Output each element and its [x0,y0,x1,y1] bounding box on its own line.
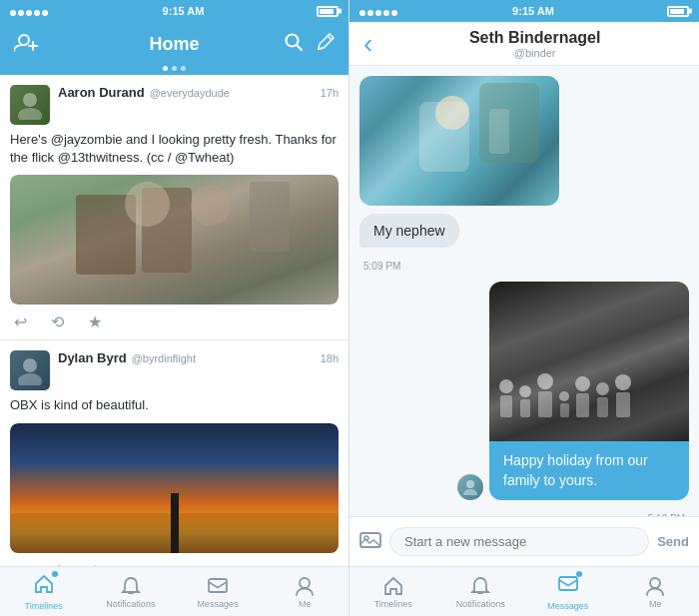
tweet-item[interactable]: Aaron Durand @everydaydude 17h Here's @j… [0,75,349,340]
tab-timelines-right[interactable]: Timelines [350,567,437,616]
message-input-field[interactable] [389,527,649,556]
timelines-icon-right [382,575,404,597]
svg-line-6 [319,48,324,49]
profile-name: Seth Bindernagel [384,29,685,47]
battery-indicator [317,6,339,17]
tab-notifications-right[interactable]: Notifications [437,567,525,616]
tab-label-notifications-right: Notifications [456,599,505,609]
right-status-bar: 9:15 AM [350,0,699,22]
tab-notifications[interactable]: Notifications [87,567,174,616]
tweet-actions: ↩ ⟲ ★ [10,312,339,331]
right-tab-bar: Timelines Notifications Messages [350,566,699,616]
tweet-timestamp: 18h [321,352,339,364]
message-received-image [359,76,557,206]
nav-left-actions [14,34,38,55]
tweet-author-handle: @byrdinflight [132,352,196,364]
tab-label-messages: Messages [198,599,239,609]
svg-rect-18 [559,577,577,590]
tweet-text: OBX is kind of beautiful. [10,396,339,414]
svg-line-4 [297,45,302,50]
svg-point-0 [19,35,29,45]
tab-timelines[interactable]: Timelines [0,567,87,616]
left-nav-bar: Home [0,22,349,66]
svg-rect-12 [209,579,227,592]
sent-message-text: Happy holiday from our family to yours. [503,452,648,488]
tab-me-right[interactable]: Me [612,567,700,616]
left-time: 9:15 AM [163,5,205,17]
svg-point-10 [18,373,42,385]
message-received-text: My nephew [359,214,459,248]
tab-label-timelines-right: Timelines [374,599,412,609]
avatar [10,85,50,125]
tweet-author-name: Aaron Durand [58,85,145,100]
message-sent: Happy holiday from our family to yours. [457,282,689,500]
tweet-image [10,423,339,553]
svg-point-19 [650,578,660,588]
notifications-icon [120,575,142,597]
nav-page-dots [0,66,349,75]
messages-tab-wrap [557,573,579,599]
tab-label-notifications: Notifications [106,599,155,609]
avatar [10,350,50,390]
tweet-header: Dylan Byrd @byrdinflight 18h [10,350,339,390]
left-status-bar: 9:15 AM [0,0,349,22]
notifications-icon-right [469,575,491,597]
tweet-text: Here's @jayzombie and I looking pretty f… [10,131,339,167]
messages-area[interactable]: My nephew 5:09 PM [350,66,699,516]
message-timestamp-1: 5:09 PM [359,256,689,274]
signal-dots [10,2,50,20]
tweet-image [10,175,339,305]
nephew-photo [359,76,559,206]
tweet-meta: Dylan Byrd @byrdinflight 18h [58,350,339,365]
battery-indicator [667,6,689,17]
tweet-author-handle: @everydaydude [150,87,230,99]
tweet-timestamp: 17h [321,87,339,99]
dot-1 [163,66,168,71]
notification-dot [52,571,58,577]
profile-info: Seth Bindernagel @binder [384,29,685,59]
tab-label-timelines: Timelines [25,601,63,611]
tab-label-me-right: Me [649,599,662,609]
tab-messages[interactable]: Messages [175,567,262,616]
left-tab-bar: Timelines Notifications Messages Me [0,566,349,616]
messages-dot [576,571,582,577]
compose-icon[interactable] [317,33,335,56]
tweet-item[interactable]: Dylan Byrd @byrdinflight 18h OBX is kind… [0,340,349,566]
messages-icon-right [557,573,579,595]
svg-point-14 [466,480,474,488]
search-icon[interactable] [285,33,303,56]
tab-label-me: Me [299,599,312,609]
sender-avatar [457,474,483,500]
right-panel: 9:15 AM ‹ Seth Bindernagel @binder [350,0,699,616]
messages-icon [207,575,229,597]
tab-label-messages-right: Messages [547,601,588,611]
svg-point-13 [300,578,310,588]
profile-icon-right [644,575,666,597]
tab-messages-right[interactable]: Messages [524,567,612,616]
message-timestamp-2: 5:12 PM [359,508,689,516]
add-user-icon[interactable] [14,34,38,55]
message-text: My nephew [373,223,445,239]
left-panel: 9:15 AM Home [0,0,350,616]
back-icon[interactable]: ‹ [363,28,372,60]
svg-point-7 [23,93,37,107]
tab-me[interactable]: Me [262,567,349,616]
profile-icon [294,575,316,597]
tweet-author-name: Dylan Byrd [58,350,127,365]
reply-icon[interactable]: ↩ [14,312,27,331]
like-icon[interactable]: ★ [88,312,102,331]
dot-2 [172,66,177,71]
timelines-icon-wrap [33,573,55,599]
family-photo [489,282,689,441]
retweet-icon[interactable]: ⟲ [51,312,64,331]
sent-message-content: Happy holiday from our family to yours. [489,282,689,500]
svg-line-5 [328,36,332,40]
tweet-feed[interactable]: Aaron Durand @everydaydude 17h Here's @j… [0,75,349,566]
image-attach-icon[interactable] [359,530,381,554]
right-time: 9:15 AM [512,5,554,17]
send-button[interactable]: Send [657,534,689,549]
message-input-bar: Send [350,516,699,566]
dot-3 [181,66,186,71]
sent-bubble: Happy holiday from our family to yours. [489,441,689,500]
profile-handle: @binder [384,47,685,59]
